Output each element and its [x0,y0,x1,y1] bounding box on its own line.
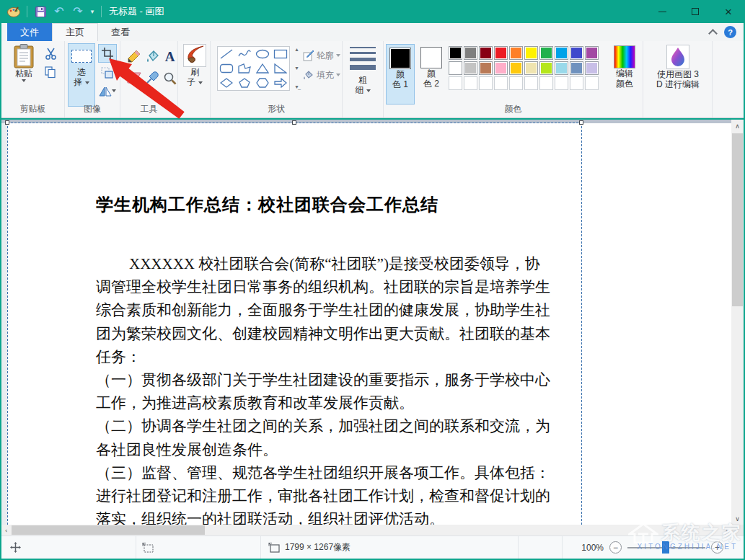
shape-line[interactable] [218,47,236,61]
crop-button[interactable] [98,44,117,63]
select-button[interactable]: 选 择 [68,43,95,107]
shape-right-triangle[interactable] [271,61,289,76]
horizontal-scroll-thumb[interactable] [12,525,205,535]
document-line: （三）监督、管理、规范各学生社团组织开展各项工作。具体包括： [96,461,507,484]
selection-handle-topcenter[interactable] [292,120,296,125]
selection-handle-topright[interactable] [579,120,583,125]
palette-color[interactable] [570,61,583,75]
palette-color[interactable] [524,46,538,60]
save-button[interactable] [33,4,48,19]
undo-button[interactable]: ↶ [52,4,66,19]
palette-color[interactable] [585,46,599,60]
fill-dropdown-caret [336,74,340,76]
palette-color[interactable] [494,61,508,75]
edit-colors-button[interactable]: 编辑 颜色 [609,45,640,89]
shapes-more-button[interactable]: ▼̲ [294,84,299,91]
color2-button[interactable]: 颜 色 2 [417,44,446,105]
size-button[interactable]: 粗 细 [348,47,377,95]
zoom-slider[interactable] [627,541,705,554]
redo-button[interactable]: ↷ [71,4,85,19]
vertical-scrollbar[interactable]: ∧ ∨ [731,120,744,525]
scroll-up-arrow[interactable]: ∧ [731,120,744,132]
fill-tool[interactable] [143,45,161,67]
palette-color[interactable] [555,46,568,60]
shape-polygon[interactable] [236,61,254,76]
edit-with-paint3d-button[interactable]: 使用画图 3 D 进行编辑 [648,45,708,89]
palette-color[interactable] [479,46,493,60]
palette-empty-slot[interactable] [570,76,583,90]
outline-button[interactable]: 轮廓 [303,48,342,63]
palette-empty-slot[interactable] [449,76,462,90]
scroll-right-arrow[interactable]: › [722,525,731,535]
resize-button[interactable] [98,65,115,81]
selection-handle-topleft[interactable] [5,120,9,125]
eraser-tool[interactable] [125,67,143,89]
copy-button[interactable] [42,64,59,80]
brush-button[interactable]: 刷 子 [181,44,208,87]
palette-color[interactable] [479,61,493,75]
horizontal-scrollbar[interactable]: ‹ › [1,525,731,535]
zoom-out-button[interactable]: − [609,541,622,554]
palette-empty-slot[interactable] [539,76,553,90]
help-button[interactable]: ? [724,26,736,38]
eyedropper-tool[interactable] [143,67,161,89]
tab-home[interactable]: 主页 [52,23,98,41]
palette-empty-slot[interactable] [555,76,568,90]
size-dropdown-caret [366,89,371,92]
palette-color[interactable] [539,61,553,75]
palette-empty-slot[interactable] [464,76,477,90]
maximize-button[interactable] [679,0,712,23]
palette-empty-slot[interactable] [494,76,508,90]
magnifier-tool[interactable] [161,67,179,89]
color1-button[interactable]: 颜 色 1 [386,44,415,105]
palette-color[interactable] [449,61,462,75]
cut-button[interactable] [42,45,59,61]
shape-triangle[interactable] [254,61,272,76]
palette-color[interactable] [524,61,538,75]
palette-color[interactable] [464,46,477,60]
shape-arrow[interactable] [271,76,289,90]
palette-empty-slot[interactable] [524,76,538,90]
qat-customize-dropdown[interactable]: ▼ [89,9,95,15]
palette-color[interactable] [449,46,462,60]
palette-color[interactable] [570,46,583,60]
zoom-in-button[interactable]: + [711,541,723,554]
collapse-ribbon-icon[interactable] [710,30,717,35]
shape-hexagon[interactable] [254,76,272,90]
document-line: 落实，组织统一的社团联活动，组织社团评优活动。 [96,507,507,525]
tab-file[interactable]: 文件 [7,23,52,41]
palette-color[interactable] [555,61,568,75]
scroll-down-arrow[interactable]: ∨ [731,512,744,525]
shape-curve[interactable] [236,47,254,61]
palette-color[interactable] [464,61,477,75]
palette-color[interactable] [585,61,599,75]
canvas-area[interactable]: 学生机构工作总结：校社团联合会工作总结 XXXXXX 校社团联合会(简称“社团联… [1,120,731,525]
zoom-slider-thumb[interactable] [662,541,669,554]
vertical-scroll-thumb[interactable] [732,133,743,306]
palette-color[interactable] [494,46,508,60]
shape-pentagon[interactable] [236,76,254,90]
scroll-left-arrow[interactable]: ‹ [1,525,11,535]
shape-diamond[interactable] [218,76,236,90]
paint-window: ↶ ↷ ▼ 无标题 - 画图 × 文件 主页 查看 ? 粘贴 [0,0,745,560]
pencil-tool[interactable] [125,45,143,67]
palette-empty-slot[interactable] [479,76,493,90]
shape-rectangle[interactable] [271,47,289,61]
shape-rounded-rectangle[interactable] [218,61,236,76]
palette-empty-slot[interactable] [585,76,599,90]
shapes-scroll-up[interactable]: ▲ [294,46,299,53]
tab-view[interactable]: 查看 [98,23,143,41]
shape-ellipse[interactable] [254,47,272,61]
status-zoom-section: 100% − + [563,536,744,559]
minimize-button[interactable] [645,0,679,23]
palette-color[interactable] [509,61,523,75]
palette-color[interactable] [539,46,553,60]
paste-button[interactable]: 粘贴 [9,44,39,82]
text-tool[interactable]: A [161,45,179,67]
rotate-button[interactable] [97,83,118,99]
shapes-scroll-down[interactable]: ▼ [294,65,299,72]
palette-empty-slot[interactable] [509,76,523,90]
fill-shape-button[interactable]: 填充 [303,67,342,83]
palette-color[interactable] [509,46,523,60]
close-button[interactable]: × [712,0,745,23]
